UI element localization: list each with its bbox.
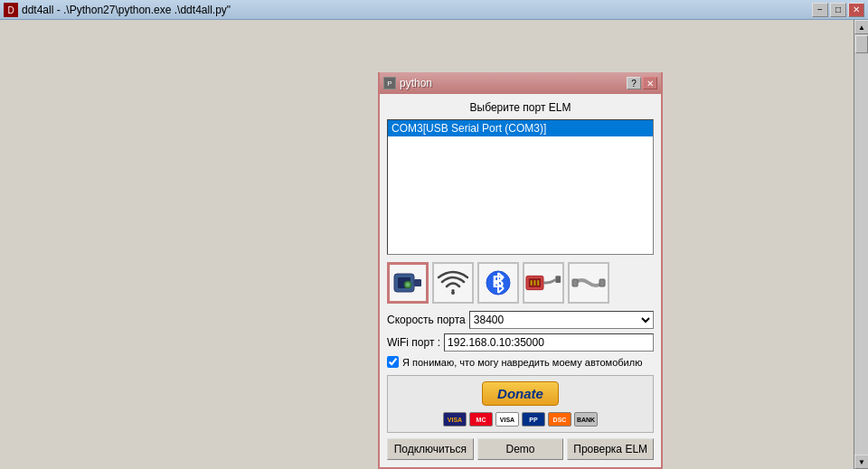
titlebar-left: D ddt4all - .\Python27\python.exe .\ddt4… — [4, 3, 231, 17]
svg-rect-20 — [534, 280, 536, 286]
port-label: Выберите порт ELM — [387, 101, 654, 114]
svg-rect-5 — [414, 279, 421, 286]
dialog-title-buttons: ? ✕ — [627, 77, 657, 89]
dialog-icon: P — [383, 77, 396, 89]
connection-icons-row: B — [387, 262, 654, 304]
window-titlebar: D ddt4all - .\Python27\python.exe .\ddt4… — [0, 0, 868, 20]
donate-button-text: Donate — [497, 386, 543, 401]
svg-text:P: P — [387, 80, 392, 88]
bluetooth-button[interactable]: B — [477, 262, 519, 304]
svg-text:D: D — [7, 5, 14, 15]
connect-button[interactable]: Подключиться — [387, 438, 474, 460]
dialog-title: python — [400, 77, 432, 89]
bottom-buttons: Подключиться Demo Проверка ELM — [387, 438, 654, 460]
dialog-title-left: P python — [383, 77, 432, 89]
check-elm-button[interactable]: Проверка ELM — [567, 438, 654, 460]
scrollbar-down[interactable]: ▼ — [854, 455, 868, 469]
visa-debit-icon: VISA — [495, 412, 519, 427]
usb-connector-button[interactable] — [568, 262, 609, 304]
speed-select[interactable]: 38400 9600 19200 57600 115200 — [469, 311, 654, 329]
donate-section: Donate VISA MC VISA PP DSC BANK — [387, 375, 654, 433]
discover-icon: DSC — [548, 412, 571, 427]
window-title: ddt4all - .\Python27\python.exe .\ddt4al… — [22, 4, 231, 16]
maximize-button[interactable]: □ — [830, 3, 846, 17]
demo-button[interactable]: Demo — [477, 438, 564, 460]
wifi-button[interactable] — [432, 262, 474, 304]
svg-rect-22 — [555, 276, 561, 283]
wifi-port-label: WiFi порт : — [387, 336, 440, 349]
app-icon: D — [4, 3, 18, 17]
wifi-port-row: WiFi порт : — [387, 333, 654, 352]
understand-checkbox[interactable] — [387, 356, 399, 368]
dialog-body: Выберите порт ELM COM3[USB Serial Port (… — [380, 94, 661, 467]
donate-button[interactable]: Donate — [482, 381, 559, 406]
paypal-icon: PP — [522, 412, 545, 427]
svg-rect-24 — [599, 279, 605, 286]
python-dialog: P python ? ✕ Выберите порт ELM COM3[USB … — [378, 72, 663, 469]
port-listbox[interactable]: COM3[USB Serial Port (COM3)] — [387, 119, 654, 255]
dialog-close-button[interactable]: ✕ — [643, 77, 657, 89]
minimize-button[interactable]: − — [812, 3, 828, 17]
close-button[interactable]: ✕ — [848, 3, 864, 17]
svg-rect-21 — [537, 280, 539, 286]
main-content: ▲ ▼ P python ? ✕ Вы — [0, 20, 868, 469]
cable-obd2-button[interactable] — [523, 262, 564, 304]
titlebar-buttons: − □ ✕ — [812, 3, 864, 17]
dialog-help-button[interactable]: ? — [627, 77, 641, 89]
scrollbar-thumb[interactable] — [855, 35, 868, 53]
speed-row: Скорость порта 38400 9600 19200 57600 11… — [387, 311, 654, 329]
bank-icon: BANK — [574, 412, 598, 427]
wifi-port-input[interactable] — [444, 333, 654, 352]
scrollbar-up[interactable]: ▲ — [854, 20, 868, 34]
speed-label: Скорость порта — [387, 314, 466, 326]
port-listbox-item[interactable]: COM3[USB Serial Port (COM3)] — [388, 120, 653, 136]
svg-rect-23 — [572, 279, 578, 286]
visa-icon: VISA — [443, 412, 467, 427]
scrollbar[interactable]: ▲ ▼ — [854, 20, 868, 469]
svg-point-8 — [406, 283, 410, 286]
svg-point-9 — [451, 291, 455, 295]
dialog-titlebar: P python ? ✕ — [380, 72, 661, 94]
obd-usb-button[interactable] — [387, 262, 429, 304]
mastercard-icon: MC — [469, 412, 493, 427]
payment-icons: VISA MC VISA PP DSC BANK — [393, 412, 647, 427]
svg-rect-19 — [531, 280, 533, 286]
understand-row: Я понимаю, что могу навредить моему авто… — [387, 356, 654, 368]
scrollbar-track — [854, 34, 868, 455]
understand-label: Я понимаю, что могу навредить моему авто… — [402, 357, 642, 368]
